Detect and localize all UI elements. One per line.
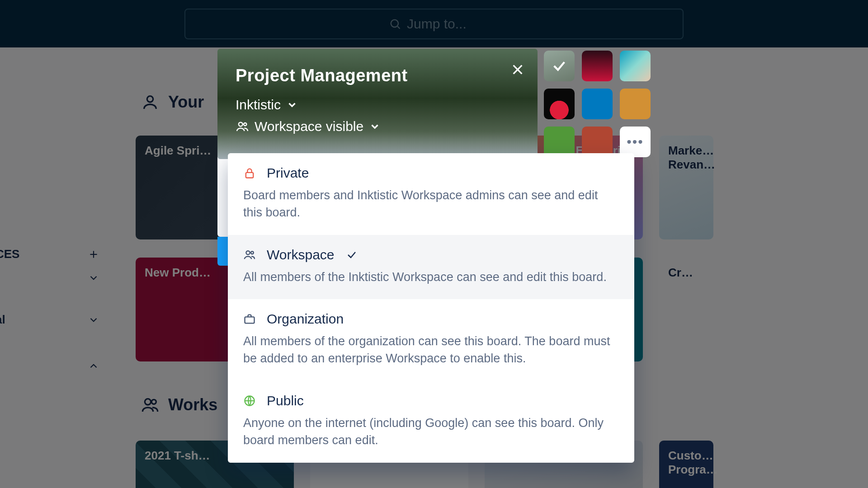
- svg-rect-11: [246, 173, 253, 178]
- background-swatch-grid: •••: [544, 51, 651, 157]
- briefcase-icon: [243, 313, 256, 325]
- visibility-option-title: Public: [267, 393, 304, 408]
- background-swatch[interactable]: [544, 51, 575, 81]
- visibility-option-private[interactable]: Private Board members and Inktistic Work…: [228, 153, 634, 235]
- visibility-dropdown: Private Board members and Inktistic Work…: [228, 153, 634, 463]
- visibility-option-organization[interactable]: Organization All members of the organiza…: [228, 299, 634, 381]
- visibility-option-desc: Anyone on the internet (including Google…: [243, 415, 619, 449]
- visibility-option-desc: All members of the Inktistic Workspace c…: [243, 269, 619, 286]
- visibility-option-desc: Board members and Inktistic Workspace ad…: [243, 187, 619, 221]
- check-icon: [544, 51, 575, 81]
- svg-point-10: [244, 123, 246, 126]
- chevron-down-icon: [286, 99, 298, 111]
- background-swatch[interactable]: [582, 51, 613, 81]
- svg-point-12: [246, 251, 250, 254]
- close-button[interactable]: [509, 61, 527, 79]
- board-title-input[interactable]: Project Management: [236, 66, 519, 85]
- visibility-selector-label: Workspace visible: [255, 119, 363, 134]
- people-icon: [236, 120, 249, 133]
- workspace-selector-label: Inktistic: [236, 97, 281, 113]
- svg-rect-14: [245, 317, 255, 324]
- visibility-selector[interactable]: Workspace visible: [236, 119, 519, 134]
- visibility-option-public[interactable]: Public Anyone on the internet (including…: [228, 381, 634, 463]
- visibility-option-desc: All members of the organization can see …: [243, 333, 619, 367]
- lock-icon: [243, 167, 256, 179]
- svg-point-9: [239, 122, 243, 127]
- background-swatch[interactable]: [544, 127, 575, 157]
- visibility-option-title: Workspace: [267, 247, 335, 263]
- svg-point-13: [251, 251, 254, 254]
- visibility-option-workspace[interactable]: Workspace All members of the Inktistic W…: [228, 235, 634, 300]
- people-icon: [243, 249, 256, 261]
- background-swatch[interactable]: [582, 127, 613, 157]
- background-swatch[interactable]: [582, 89, 613, 119]
- background-more-button[interactable]: •••: [620, 127, 651, 157]
- chevron-down-icon: [369, 121, 381, 132]
- background-swatch[interactable]: [544, 89, 575, 119]
- visibility-option-title: Private: [267, 165, 309, 181]
- visibility-option-title: Organization: [267, 311, 344, 327]
- close-icon: [510, 62, 525, 77]
- globe-icon: [243, 394, 256, 407]
- check-icon: [345, 249, 358, 260]
- background-swatch[interactable]: [620, 89, 651, 119]
- background-swatch[interactable]: [620, 51, 651, 81]
- create-board-header: Project Management Inktistic Workspace v…: [217, 49, 538, 159]
- workspace-selector[interactable]: Inktistic: [236, 97, 519, 113]
